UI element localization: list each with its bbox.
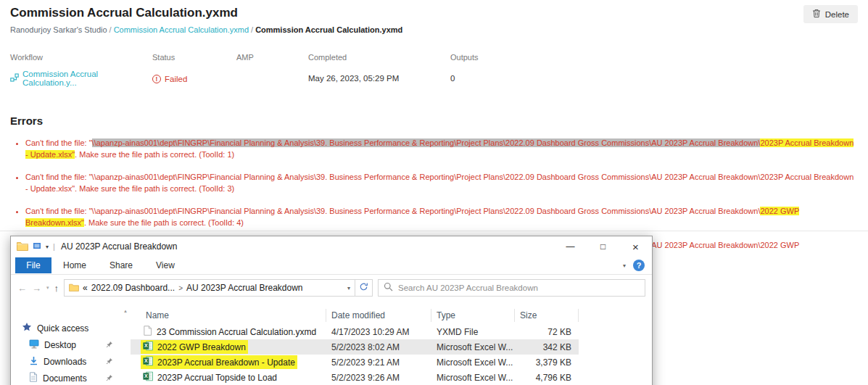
- svg-text:X: X: [144, 343, 148, 349]
- search-icon: [384, 282, 393, 294]
- outputs-value: 0: [450, 74, 537, 83]
- window-title: AU 2023P Accrual Breakdown: [61, 241, 178, 252]
- minimize-button[interactable]: —: [554, 236, 587, 257]
- address-dropdown-icon[interactable]: ▾: [347, 285, 350, 291]
- delete-label: Delete: [825, 10, 849, 19]
- explorer-titlebar[interactable]: ▾ | AU 2023P Accrual Breakdown — □ ×: [11, 236, 652, 257]
- sidebar-item-downloads[interactable]: Downloads: [11, 353, 120, 370]
- highlighted-file-name: X 2022 GWP Breakdown: [141, 340, 248, 354]
- file-size: 4,796 KB: [515, 373, 579, 383]
- tab-file[interactable]: File: [15, 257, 51, 273]
- file-name: 2023P Accrual Breakdown - Update: [157, 357, 295, 368]
- file-type: Microsoft Excel W...: [431, 373, 515, 383]
- quick-access-toolbar: ▾: [17, 241, 49, 253]
- history-dropdown-icon[interactable]: ▾: [46, 285, 49, 291]
- window-controls: — □ ×: [554, 236, 652, 257]
- column-header-size[interactable]: Size: [515, 309, 579, 322]
- file-row-2022-gwp[interactable]: X 2022 GWP Breakdown 5/2/2023 8:02 AM Mi…: [131, 339, 579, 355]
- file-list: Name Date modified Type Size 23 Commissi…: [131, 301, 652, 385]
- address-bar: ← → ▾ ↑ « 2022.09 Dashboard... > AU 2023…: [11, 275, 652, 301]
- sidebar-item-quick-access[interactable]: Quick access: [11, 320, 120, 336]
- back-icon[interactable]: ←: [17, 283, 27, 294]
- pin-icon: [106, 340, 113, 350]
- document-icon: [29, 372, 38, 384]
- scroll-up-icon[interactable]: ▴: [124, 308, 127, 313]
- column-header-name[interactable]: Name: [131, 309, 326, 322]
- ribbon-tabs: File Home Share View ▾ ?: [11, 257, 652, 275]
- workflow-link[interactable]: Commission Accrual Calculation.y...: [10, 70, 152, 87]
- pin-icon: [106, 373, 113, 384]
- search-input[interactable]: [398, 283, 640, 292]
- forward-icon[interactable]: →: [32, 283, 41, 294]
- workflow-summary: Workflow Status AMP Completed Outputs Co…: [10, 53, 858, 87]
- up-icon[interactable]: ↑: [54, 283, 59, 294]
- error-text-segment: . Make sure the file path is correct. (T…: [75, 184, 234, 193]
- workflow-table-header: Workflow Status AMP Completed Outputs: [10, 53, 858, 62]
- tab-share[interactable]: Share: [98, 258, 144, 273]
- file-name: 2023P Accrual Topside to Load: [157, 373, 277, 383]
- explorer-content: Quick access Desktop Downloads Documents…: [11, 301, 652, 385]
- workflow-name: Commission Accrual Calculation.y...: [22, 70, 152, 87]
- monitor-icon: [29, 339, 39, 351]
- close-button[interactable]: ×: [619, 236, 652, 257]
- status-badge: ! Failed: [152, 75, 187, 83]
- errors-heading: Errors: [10, 115, 858, 127]
- file-type: Microsoft Excel W...: [431, 342, 515, 352]
- tab-home[interactable]: Home: [51, 258, 98, 273]
- search-box: [378, 279, 645, 297]
- breadcrumb-workflow-link[interactable]: Commission Accrual Calculation.yxmd: [114, 25, 249, 34]
- nav-scrollbar[interactable]: ▴: [120, 301, 131, 385]
- pin-icon: [106, 357, 113, 367]
- address-crumb-current[interactable]: AU 2023P Accrual Breakdown: [186, 283, 303, 293]
- sidebar-item-label: Desktop: [44, 340, 76, 350]
- column-completed: Completed: [308, 53, 450, 62]
- file-size: 342 KB: [515, 342, 579, 352]
- column-header-type[interactable]: Type: [431, 309, 515, 322]
- file-row-2023p-topside[interactable]: X 2023P Accrual Topside to Load 5/2/2023…: [131, 370, 579, 385]
- refresh-button[interactable]: [355, 279, 373, 297]
- qat-dropdown-icon[interactable]: ▾: [46, 244, 49, 250]
- star-icon: [22, 322, 32, 334]
- column-amp: AMP: [236, 53, 308, 62]
- breadcrumb-current: Commission Accrual Calculation.yxmd: [255, 25, 402, 34]
- sidebar-item-label: Quick access: [37, 323, 88, 334]
- breadcrumb-separator: /: [251, 25, 253, 34]
- column-workflow: Workflow: [10, 53, 152, 62]
- file-explorer-window: ▾ | AU 2023P Accrual Breakdown — □ × Fil…: [10, 236, 653, 385]
- breadcrumb-overflow-icon[interactable]: «: [83, 283, 88, 293]
- file-list-header: Name Date modified Type Size: [131, 307, 579, 324]
- error-message: Can't find the file: "\\apanzp-ainas001\…: [25, 137, 858, 160]
- error-message: Can't find the file: "\\apanzp-ainas001\…: [25, 171, 858, 194]
- titlebar-separator: |: [53, 242, 55, 251]
- error-path-gray-highlight: \\apanzp-ainas001\dept\FINGRP\Financial …: [92, 138, 761, 147]
- file-date: 5/2/2023 9:26 AM: [326, 373, 431, 383]
- file-size: 72 KB: [515, 327, 579, 337]
- file-name: 23 Commission Accrual Calculation.yxmd: [157, 327, 316, 337]
- sidebar-item-documents[interactable]: Documents: [11, 370, 120, 385]
- column-header-date-modified[interactable]: Date modified: [326, 309, 431, 322]
- file-date: 5/2/2023 8:02 AM: [326, 342, 431, 352]
- error-text-segment: Can't find the file: ": [25, 138, 92, 147]
- sidebar-item-label: Downloads: [44, 357, 86, 367]
- address-crumb-parent[interactable]: 2022.09 Dashboard...: [91, 283, 175, 293]
- maximize-button[interactable]: □: [587, 236, 619, 257]
- expand-ribbon-icon[interactable]: ▾: [623, 262, 626, 269]
- tab-view[interactable]: View: [144, 258, 186, 273]
- breadcrumb-separator: /: [109, 25, 112, 34]
- file-type: YXMD File: [431, 327, 515, 337]
- error-message: Can't find the file: "\\apanzp-ainas001\…: [25, 205, 858, 228]
- file-row-2023p-update[interactable]: X 2023P Accrual Breakdown - Update 5/2/2…: [131, 355, 579, 370]
- address-box[interactable]: « 2022.09 Dashboard... > AU 2023P Accrua…: [64, 279, 355, 297]
- error-text-segment: . Make sure the file path is correct. (T…: [84, 218, 244, 227]
- qat-properties-icon[interactable]: [33, 241, 41, 252]
- breadcrumb-studio[interactable]: Ranodurjoy Sarkar's Studio: [10, 25, 107, 34]
- section-divider: [0, 231, 868, 231]
- file-date: 4/17/2023 10:29 AM: [326, 327, 431, 337]
- svg-text:X: X: [144, 373, 148, 379]
- file-row-yxmd[interactable]: 23 Commission Accrual Calculation.yxmd 4…: [131, 324, 579, 339]
- crumb-separator-icon: >: [178, 284, 183, 292]
- sidebar-item-desktop[interactable]: Desktop: [11, 336, 120, 353]
- help-icon[interactable]: ?: [633, 260, 645, 271]
- delete-button[interactable]: Delete: [803, 5, 858, 23]
- error-text-segment: . Make sure the file path is correct. (T…: [75, 150, 234, 159]
